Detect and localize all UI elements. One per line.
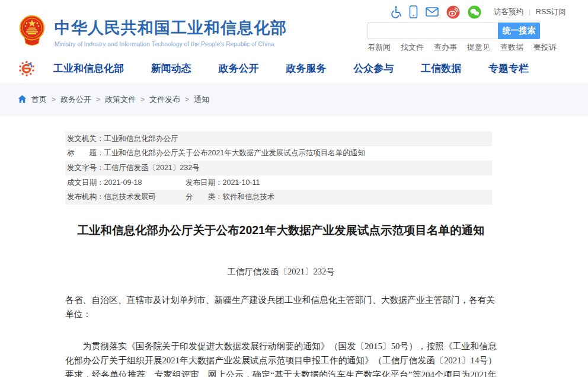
nav-item-gov-services[interactable]: 政务服务 [286,62,326,75]
quick-link-files[interactable]: 找文件 [401,42,424,53]
quick-link-complaints[interactable]: 要投诉 [533,42,557,53]
breadcrumb: 首页 > 政务公开 > 政策文件 > 文件发布 > 通知 [0,83,588,116]
main-nav: 工业和信息化部 新闻动态 政务公开 政务服务 公众参与 工信数据 专题专栏 [0,53,588,83]
nav-item-miit-data[interactable]: 工信数据 [421,62,461,75]
meta-row-dates: 成文日期：2021-09-18 发布日期：2021-10-11 [65,175,492,190]
meta-label: 发文机关： [67,135,104,143]
meta-row-issuing-office: 发文机关：工业和信息化部办公厅 [65,132,492,146]
search-button[interactable]: 统一搜索 [498,23,540,39]
meta-row-doc-number: 发文字号：工信厅信发函〔2021〕232号 [65,161,492,175]
meta-label: 发文字号： [67,164,104,172]
article-body: 各省、自治区、直辖市及计划单列市、新疆生产建设兵团工业和信息化主管部门、大数据产… [65,293,497,377]
meta-value: 工业和信息化部办公厅关于公布2021年大数据产业发展试点示范项目名单的通知 [104,149,365,157]
header-text-links: 访客预约 | RSS订阅 [494,7,566,17]
nav-item-news[interactable]: 新闻动态 [151,62,191,75]
site-brand: 中华人民共和国工业和信息化部 Ministry of Industry and … [55,17,287,47]
meta-value: 信息技术发展司 [104,193,156,201]
quick-link-news[interactable]: 看新闻 [368,42,391,53]
document-content: 发文机关：工业和信息化部办公厅 标 题：工业和信息化部办公厅关于公布2021年大… [65,132,497,377]
quick-link-services[interactable]: 查办事 [434,42,457,53]
ministry-name-en: Ministry of Industry and Information Tec… [55,41,287,47]
search-input[interactable] [368,23,498,39]
quick-links: 看新闻 找文件 查办事 提意见 查数据 要投诉 [368,42,557,53]
breadcrumb-home[interactable]: 首页 [31,94,47,105]
article-doc-number: 工信厅信发函〔2021〕232号 [65,266,497,277]
document-meta-table: 发文机关：工业和信息化部办公厅 标 题：工业和信息化部办公厅关于公布2021年大… [65,132,492,205]
breadcrumb-policy-files[interactable]: 政策文件 [105,94,136,105]
nav-item-special-topics[interactable]: 专题专栏 [488,62,529,75]
accessibility-icon[interactable] [390,5,401,18]
ministry-name-cn: 中华人民共和国工业和信息化部 [55,17,287,39]
meta-value: 2021-10-11 [223,178,260,187]
breadcrumb-notice: 通知 [194,94,209,105]
meta-label: 标 题： [67,149,104,157]
quick-link-suggestions[interactable]: 提意见 [467,42,490,53]
wechat-icon[interactable] [468,5,481,19]
meta-label: 发布日期： [186,178,223,187]
visitor-appointment-link[interactable]: 访客预约 [494,7,523,17]
weibo-icon[interactable] [446,5,460,19]
unified-search: 统一搜索 [368,23,540,39]
mobile-icon[interactable] [409,5,418,18]
nav-item-home[interactable]: 工业和信息化部 [53,62,124,75]
meta-value: 工业和信息化部办公厅 [104,135,178,143]
home-icon[interactable] [18,95,27,105]
meta-value: 工信厅信发函〔2021〕232号 [104,164,200,172]
breadcrumb-separator: > [185,95,189,104]
breadcrumb-separator: > [96,95,100,104]
nav-items: 工业和信息化部 新闻动态 政务公开 政务服务 公众参与 工信数据 专题专栏 [53,53,529,83]
site-header: 中华人民共和国工业和信息化部 Ministry of Industry and … [0,0,588,53]
quick-link-data[interactable]: 查数据 [500,42,523,53]
miit-gear-logo-icon[interactable] [18,60,36,80]
article-paragraph: 为贯彻落实《国务院关于印发促进大数据发展行动纲要的通知》（国发〔2015〕50号… [65,339,497,377]
meta-row-publisher-category: 发布机构：信息技术发展司 分 类：软件和信息技术 [65,190,492,205]
article-salutation: 各省、自治区、直辖市及计划单列市、新疆生产建设兵团工业和信息化主管部门、大数据产… [65,293,497,321]
breadcrumb-gov-disclosure[interactable]: 政务公开 [60,94,91,105]
breadcrumb-file-release[interactable]: 文件发布 [149,94,180,105]
meta-row-title: 标 题：工业和信息化部办公厅关于公布2021年大数据产业发展试点示范项目名单的通… [65,146,492,161]
national-emblem [18,14,46,49]
breadcrumb-separator: > [140,95,145,104]
meta-value: 2021-09-18 [104,178,142,187]
email-icon[interactable] [426,7,439,17]
header-utility-bar: 访客预约 | RSS订阅 [390,5,566,19]
link-divider: | [529,8,531,15]
breadcrumb-separator: > [52,95,56,104]
meta-value: 软件和信息技术 [223,193,275,201]
nav-item-public-participation[interactable]: 公众参与 [353,62,394,75]
nav-item-gov-disclosure[interactable]: 政务公开 [219,62,259,75]
meta-label: 分 类： [186,193,223,201]
meta-label: 成文日期： [67,178,104,187]
meta-label: 发布机构： [67,193,104,201]
rss-subscribe-link[interactable]: RSS订阅 [536,7,566,17]
article-title: 工业和信息化部办公厅关于公布2021年大数据产业发展试点示范项目名单的通知 [65,222,497,238]
